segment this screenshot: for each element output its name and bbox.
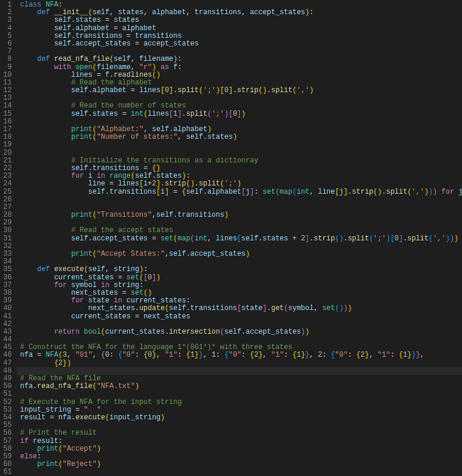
line-number: 4 bbox=[2, 25, 12, 32]
code-line[interactable] bbox=[17, 468, 462, 476]
line-number: 24 bbox=[2, 180, 12, 188]
line-number: 53 bbox=[2, 406, 12, 414]
code-line[interactable]: self.accept_states = set(map(int, lines[… bbox=[17, 235, 462, 243]
code-line[interactable]: self.alphabet = lines[0].split(';')[0].s… bbox=[17, 87, 462, 94]
line-number: 57 bbox=[2, 438, 12, 445]
code-line[interactable]: nfa = NFA(3, "01", {0: {"0": {0}, "1": {… bbox=[17, 351, 462, 359]
line-number: 51 bbox=[2, 390, 12, 398]
line-number: 5 bbox=[2, 32, 12, 40]
code-line[interactable] bbox=[17, 141, 462, 149]
code-area[interactable]: class NFA: def __init__(self, states, al… bbox=[17, 0, 462, 476]
code-line[interactable]: self.states = int(lines[1].split(';')[0]… bbox=[17, 110, 462, 118]
line-number: 36 bbox=[2, 274, 12, 282]
code-line[interactable]: self.transitions[i] = {self.alphabet[j]:… bbox=[17, 188, 462, 196]
line-number: 40 bbox=[2, 305, 12, 312]
line-number: 19 bbox=[2, 141, 12, 149]
line-number: 14 bbox=[2, 102, 12, 110]
line-number: 61 bbox=[2, 468, 12, 476]
code-line[interactable]: current_states = next_states bbox=[17, 313, 462, 321]
line-number: 41 bbox=[2, 313, 12, 321]
line-number: 21 bbox=[2, 157, 12, 165]
line-number: 52 bbox=[2, 399, 12, 406]
line-number: 56 bbox=[2, 429, 12, 437]
code-line[interactable]: self.accept_states = accept_states bbox=[17, 40, 462, 48]
line-number: 3 bbox=[2, 17, 12, 24]
line-number: 35 bbox=[2, 266, 12, 273]
code-line[interactable]: print("Transitions",self.transitions) bbox=[17, 211, 462, 219]
code-line[interactable]: print("Accept") bbox=[17, 445, 462, 453]
code-line[interactable]: result = nfa.execute(input_string) bbox=[17, 414, 462, 422]
code-line[interactable]: nfa.read_nfa_file("NFA.txt") bbox=[17, 383, 462, 390]
code-line[interactable]: return bool(current_states.intersection(… bbox=[17, 328, 462, 336]
code-line[interactable]: {2}) bbox=[17, 360, 462, 367]
line-number: 20 bbox=[2, 149, 12, 157]
line-number: 10 bbox=[2, 71, 12, 79]
code-line[interactable] bbox=[17, 196, 462, 204]
line-number: 31 bbox=[2, 235, 12, 243]
line-number: 8 bbox=[2, 56, 12, 63]
line-number: 26 bbox=[2, 196, 12, 204]
code-line[interactable]: print("Accept States:",self.accept_state… bbox=[17, 250, 462, 258]
line-number: 37 bbox=[2, 282, 12, 289]
line-number: 58 bbox=[2, 445, 12, 453]
line-number: 15 bbox=[2, 110, 12, 118]
code-line[interactable]: # Print the result bbox=[17, 429, 462, 437]
line-number: 9 bbox=[2, 64, 12, 71]
code-line[interactable]: print("Number of states:", self.states) bbox=[17, 133, 462, 141]
code-editor[interactable]: 1234567891011121314151617181920212223242… bbox=[0, 0, 462, 476]
line-number: 46 bbox=[2, 351, 12, 359]
line-number: 42 bbox=[2, 321, 12, 328]
line-number-gutter: 1234567891011121314151617181920212223242… bbox=[0, 0, 17, 476]
line-number: 25 bbox=[2, 188, 12, 196]
line-number: 47 bbox=[2, 360, 12, 367]
line-number: 30 bbox=[2, 227, 12, 234]
code-line[interactable]: print("Reject") bbox=[17, 461, 462, 468]
